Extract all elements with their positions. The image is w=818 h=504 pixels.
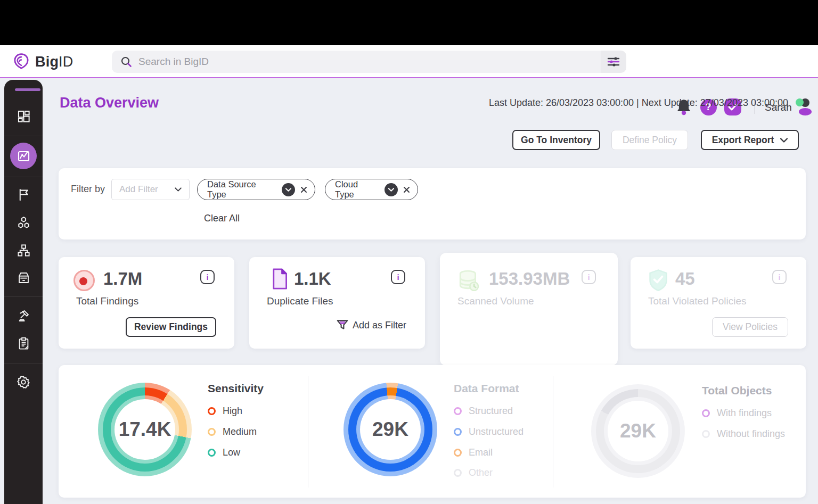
legend-item-email[interactable]: Email xyxy=(454,447,493,458)
legend-ring-icon xyxy=(208,428,216,436)
kpi-value: 1.1K xyxy=(294,269,331,289)
kpi-card-duplicate-files: 1.1K i Duplicate Files Add as Filter xyxy=(249,257,425,349)
legend-item-high[interactable]: High xyxy=(208,406,242,417)
database-icon xyxy=(457,269,480,294)
hexagon-cluster-icon xyxy=(17,216,31,230)
export-report-label: Export Report xyxy=(712,135,774,146)
sidebar-item-policies[interactable] xyxy=(13,305,34,326)
kpi-label: Scanned Volume xyxy=(457,295,534,307)
logo-text: BigID xyxy=(35,54,73,70)
define-policy-button[interactable]: Define Policy xyxy=(611,130,688,150)
search-icon xyxy=(120,56,132,68)
findings-target-icon xyxy=(73,270,95,291)
donut-center-value: 29K xyxy=(372,418,408,441)
dashboard-grid-icon xyxy=(17,109,31,123)
bigid-fingerprint-icon xyxy=(12,52,31,72)
sidebar-item-reports[interactable] xyxy=(13,333,34,353)
kpi-label: Duplicate Files xyxy=(267,295,333,307)
charts-panel: 17.4K Sensitivity High Medium Low 29K Da… xyxy=(59,365,806,498)
legend-item-structured[interactable]: Structured xyxy=(454,406,513,417)
chip-expand-button[interactable] xyxy=(282,183,295,196)
sidebar-item-settings[interactable] xyxy=(13,372,34,392)
gear-icon xyxy=(16,375,31,390)
app-screen: BigID ? xyxy=(0,0,818,504)
legend-label: With findings xyxy=(717,408,772,419)
legend-item-medium[interactable]: Medium xyxy=(208,426,257,437)
kpi-card-violated-policies: 45 i Total Violated Policies View Polici… xyxy=(631,257,806,349)
shield-check-icon xyxy=(648,269,669,294)
add-filter-placeholder: Add Filter xyxy=(119,184,158,195)
clear-all-filters-button[interactable]: Clear All xyxy=(204,213,240,224)
sidebar-item-hierarchy[interactable] xyxy=(13,240,34,260)
search-input[interactable] xyxy=(138,56,575,68)
legend-item-low[interactable]: Low xyxy=(208,447,240,458)
chart-divider xyxy=(308,376,308,488)
kpi-card-total-findings: 1.7M i Total Findings Review Findings xyxy=(59,257,234,349)
add-filter-dropdown[interactable]: Add Filter xyxy=(111,179,190,200)
status-green-dot xyxy=(796,98,804,106)
legend-item-without-findings[interactable]: Without findings xyxy=(702,428,785,440)
legend-item-with-findings[interactable]: With findings xyxy=(702,408,772,419)
sliders-icon xyxy=(607,55,620,68)
sidebar-item-catalog[interactable] xyxy=(13,267,34,287)
data-overview-chart-icon xyxy=(17,149,31,163)
legend-label: Medium xyxy=(223,426,257,437)
chart-title-data-format: Data Format xyxy=(454,382,519,395)
chip-expand-button[interactable] xyxy=(385,183,398,196)
kpi-label: Total Findings xyxy=(76,295,138,307)
chevron-down-icon xyxy=(175,187,182,192)
legend-label: Without findings xyxy=(717,428,785,440)
info-icon[interactable]: i xyxy=(772,270,787,284)
sidebar-divider xyxy=(4,363,43,363)
go-to-inventory-button[interactable]: Go To Inventory xyxy=(512,130,600,150)
funnel-icon xyxy=(336,318,349,332)
sidebar-active-indicator xyxy=(15,88,40,91)
sidebar-divider xyxy=(4,296,43,297)
chip-remove-button[interactable] xyxy=(403,186,410,193)
legend-ring-icon xyxy=(454,469,462,477)
legend-ring-icon xyxy=(454,407,462,415)
kpi-card-scanned-volume: 153.93MB i Scanned Volume xyxy=(440,257,616,349)
filter-chip-cloud-type[interactable]: Cloud Type xyxy=(325,179,418,200)
legend-label: Unstructured xyxy=(469,426,523,437)
filter-chip-data-source-type[interactable]: Data Source Type xyxy=(197,179,315,200)
chip-label: Cloud Type xyxy=(335,179,379,200)
legend-label: Structured xyxy=(469,406,513,417)
chart-divider xyxy=(553,376,553,488)
legend-ring-icon xyxy=(454,428,462,436)
info-icon[interactable]: i xyxy=(391,270,405,284)
export-report-button[interactable]: Export Report xyxy=(701,130,799,150)
info-icon[interactable]: i xyxy=(200,270,215,284)
gavel-icon xyxy=(17,309,31,323)
add-as-filter-button[interactable]: Add as Filter xyxy=(336,318,406,332)
legend-ring-icon xyxy=(702,409,710,417)
chevron-down-icon xyxy=(388,188,394,192)
legend-label: Email xyxy=(469,447,493,458)
legend-item-unstructured[interactable]: Unstructured xyxy=(454,426,523,437)
filter-by-label: Filter by xyxy=(71,184,105,195)
legend-item-other[interactable]: Other xyxy=(454,467,493,478)
go-to-inventory-label: Go To Inventory xyxy=(521,135,592,146)
update-status: Last Update: 26/03/2023 03:00:00 | Next … xyxy=(469,97,788,109)
duplicate-file-icon xyxy=(271,268,289,292)
chip-label: Data Source Type xyxy=(207,179,276,200)
view-policies-button[interactable]: View Policies xyxy=(712,317,788,337)
legend-ring-icon xyxy=(208,407,216,415)
bigid-logo: BigID xyxy=(12,51,108,72)
legend-ring-icon xyxy=(702,430,710,438)
kpi-value: 45 xyxy=(675,269,695,289)
sidebar-item-dashboard[interactable] xyxy=(13,106,34,126)
legend-label: Other xyxy=(469,467,493,478)
chevron-down-icon xyxy=(780,138,788,143)
close-icon xyxy=(300,186,307,193)
sidebar-item-classification[interactable] xyxy=(13,212,34,233)
info-icon[interactable]: i xyxy=(582,270,596,284)
donut-center-value: 17.4K xyxy=(119,418,171,441)
search-filter-sliders-button[interactable] xyxy=(601,51,626,73)
close-icon xyxy=(403,186,410,193)
donut-center-value: 29K xyxy=(620,420,656,442)
chip-remove-button[interactable] xyxy=(300,186,307,193)
sidebar-item-data-overview[interactable] xyxy=(10,143,37,169)
sidebar-item-flags[interactable] xyxy=(13,184,34,204)
review-findings-button[interactable]: Review Findings xyxy=(126,317,216,337)
